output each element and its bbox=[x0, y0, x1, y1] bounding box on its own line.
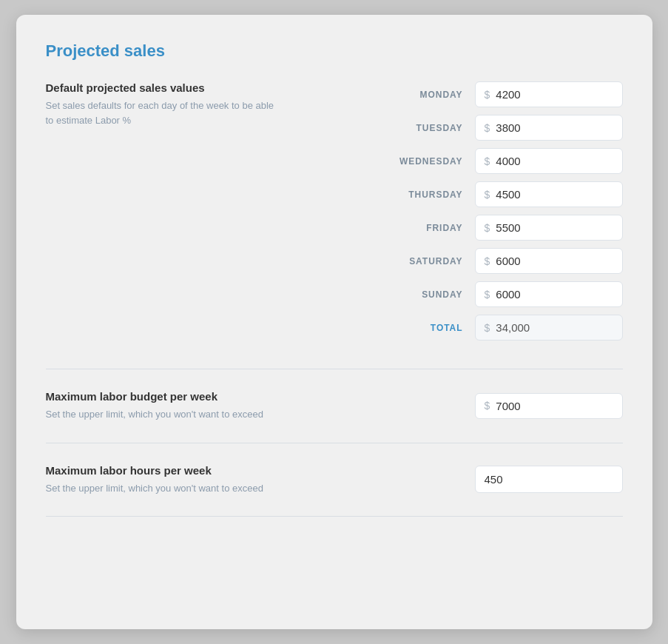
wednesday-input-wrapper: $ bbox=[475, 148, 623, 174]
labor-hours-info: Maximum labor hours per week Set the upp… bbox=[46, 464, 297, 496]
monday-input-wrapper: $ bbox=[475, 81, 623, 107]
total-input bbox=[496, 321, 613, 334]
tuesday-currency: $ bbox=[485, 122, 490, 134]
total-label: TOTAL bbox=[389, 323, 463, 333]
saturday-input-wrapper: $ bbox=[475, 248, 623, 274]
friday-currency: $ bbox=[485, 222, 490, 234]
budget-input-row: $ bbox=[297, 393, 623, 419]
saturday-input[interactable] bbox=[496, 255, 613, 267]
sunday-input[interactable] bbox=[496, 288, 613, 301]
labor-budget-info: Maximum labor budget per week Set the up… bbox=[46, 390, 297, 422]
labor-budget-title: Maximum labor budget per week bbox=[46, 390, 283, 403]
projected-sales-title: Default projected sales values bbox=[46, 81, 283, 94]
thursday-label: THURSDAY bbox=[389, 189, 463, 200]
field-row-sunday: SUNDAY $ bbox=[297, 281, 623, 307]
labor-hours-title: Maximum labor hours per week bbox=[46, 464, 283, 477]
projected-sales-info: Default projected sales values Set sales… bbox=[46, 81, 297, 127]
thursday-input[interactable] bbox=[496, 188, 613, 201]
labor-hours-section: Maximum labor hours per week Set the upp… bbox=[46, 464, 623, 496]
tuesday-input[interactable] bbox=[496, 121, 613, 134]
monday-label: MONDAY bbox=[389, 90, 463, 100]
projected-sales-desc: Set sales defaults for each day of the w… bbox=[46, 98, 283, 127]
field-row-total: TOTAL $ bbox=[297, 315, 623, 341]
field-row-friday: FRIDAY $ bbox=[297, 215, 623, 241]
friday-input[interactable] bbox=[496, 221, 613, 234]
main-card: Projected sales Default projected sales … bbox=[16, 15, 652, 629]
hours-input[interactable] bbox=[476, 466, 623, 492]
labor-hours-desc: Set the upper limit, which you won't wan… bbox=[46, 481, 283, 496]
friday-label: FRIDAY bbox=[389, 223, 463, 233]
wednesday-label: WEDNESDAY bbox=[389, 156, 463, 167]
tuesday-label: TUESDAY bbox=[389, 123, 463, 133]
monday-input[interactable] bbox=[496, 88, 613, 101]
field-row-saturday: SATURDAY $ bbox=[297, 248, 623, 274]
wednesday-input[interactable] bbox=[496, 155, 613, 167]
page-title: Projected sales bbox=[46, 41, 623, 61]
sunday-currency: $ bbox=[485, 289, 490, 301]
budget-input-wrapper: $ bbox=[475, 393, 623, 419]
wednesday-currency: $ bbox=[485, 155, 490, 167]
sunday-label: SUNDAY bbox=[389, 289, 463, 300]
monday-currency: $ bbox=[485, 89, 490, 101]
labor-budget-desc: Set the upper limit, which you won't wan… bbox=[46, 407, 283, 422]
saturday-currency: $ bbox=[485, 255, 490, 267]
hours-input-row: Hours bbox=[297, 466, 623, 493]
divider-2 bbox=[46, 443, 623, 443]
divider-3 bbox=[46, 516, 623, 517]
projected-sales-section: Default projected sales values Set sales… bbox=[46, 81, 623, 348]
field-row-monday: MONDAY $ bbox=[297, 81, 623, 107]
thursday-input-wrapper: $ bbox=[475, 181, 623, 207]
tuesday-input-wrapper: $ bbox=[475, 115, 623, 141]
labor-budget-section: Maximum labor budget per week Set the up… bbox=[46, 390, 623, 422]
divider-1 bbox=[46, 369, 623, 369]
field-row-tuesday: TUESDAY $ bbox=[297, 115, 623, 141]
labor-budget-fields: $ bbox=[297, 393, 623, 419]
labor-hours-fields: Hours bbox=[297, 466, 623, 493]
total-input-wrapper: $ bbox=[475, 315, 623, 341]
total-currency: $ bbox=[485, 322, 490, 334]
field-row-wednesday: WEDNESDAY $ bbox=[297, 148, 623, 174]
budget-input[interactable] bbox=[496, 400, 613, 412]
sunday-input-wrapper: $ bbox=[475, 281, 623, 307]
hours-input-wrapper: Hours bbox=[475, 466, 623, 493]
thursday-currency: $ bbox=[485, 189, 490, 201]
friday-input-wrapper: $ bbox=[475, 215, 623, 241]
saturday-label: SATURDAY bbox=[389, 256, 463, 266]
days-fields-block: MONDAY $ TUESDAY $ WEDNESDAY $ bbox=[297, 81, 623, 348]
field-row-thursday: THURSDAY $ bbox=[297, 181, 623, 207]
budget-currency: $ bbox=[485, 400, 490, 412]
